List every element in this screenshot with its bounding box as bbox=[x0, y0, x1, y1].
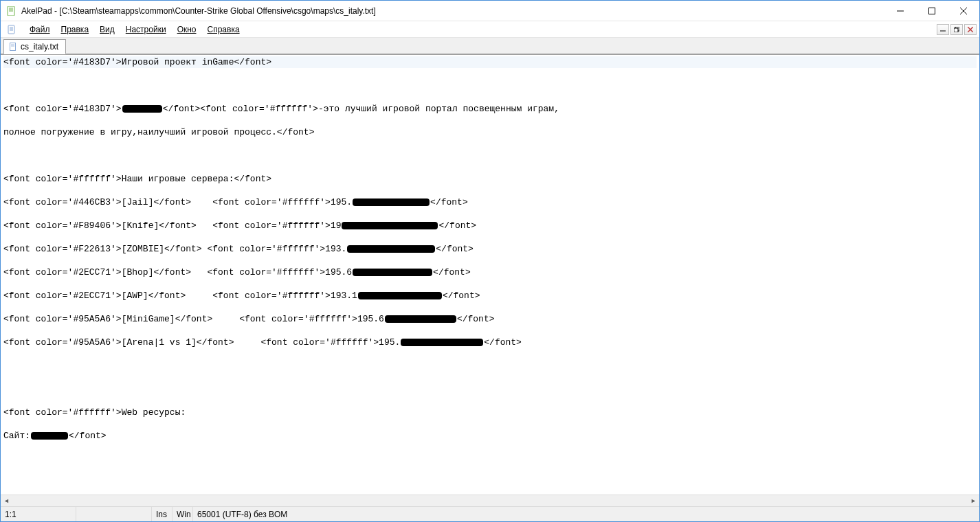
editor-line: полное погружение в игру,наилучший игров… bbox=[3, 126, 977, 138]
status-encoding: 65001 (UTF-8) без BOM bbox=[193, 507, 291, 521]
editor-line: <font color='#446CB3'>[Jail]</font> <fon… bbox=[3, 196, 977, 208]
editor-line bbox=[3, 360, 977, 372]
title-bar: AkelPad - [C:\Steam\steamapps\common\Cou… bbox=[1, 1, 979, 21]
status-insert-mode: Ins bbox=[152, 507, 172, 521]
scroll-left-icon[interactable]: ◄ bbox=[1, 495, 12, 507]
redacted-text bbox=[31, 432, 68, 440]
menu-file[interactable]: Файл bbox=[24, 23, 56, 36]
redacted-text bbox=[353, 198, 430, 206]
scroll-right-icon[interactable]: ► bbox=[968, 495, 979, 507]
redacted-text bbox=[353, 269, 432, 276]
window-controls bbox=[884, 1, 979, 21]
tab-label: cs_italy.txt bbox=[21, 42, 58, 52]
menu-settings[interactable]: Настройки bbox=[120, 23, 172, 36]
mdi-minimize-button[interactable] bbox=[937, 24, 949, 35]
minimize-button[interactable] bbox=[884, 1, 916, 21]
editor-line bbox=[3, 383, 977, 395]
svg-rect-8 bbox=[8, 25, 14, 34]
svg-rect-17 bbox=[10, 43, 16, 51]
status-bar: 1:1 Ins Win 65001 (UTF-8) без BOM bbox=[1, 506, 979, 521]
status-blank bbox=[76, 507, 152, 521]
editor-line bbox=[3, 150, 977, 161]
scroll-track[interactable] bbox=[12, 495, 968, 507]
editor-line: <font color='#2ECC71'>[Bhop]</font> <fon… bbox=[3, 266, 977, 278]
editor-line: <font color='#ffffff'>Наши игровые серве… bbox=[3, 173, 977, 185]
document-icon bbox=[6, 24, 17, 35]
editor-line: <font color='#F22613'>[ZOMBIE]</font> <f… bbox=[3, 243, 977, 255]
editor-line: <font color='#95A5A6'>[MiniGame]</font> … bbox=[3, 313, 977, 325]
tab-cs-italy[interactable]: cs_italy.txt bbox=[3, 39, 66, 54]
editor-line: <font color='#4183D7'>Игровой проект inG… bbox=[3, 56, 977, 68]
editor-line: <font color='#4183D7'></font><font color… bbox=[3, 103, 977, 115]
editor-line: Сайт:</font> bbox=[3, 430, 977, 442]
mdi-close-button[interactable] bbox=[964, 24, 977, 35]
editor-line: <font color='#95A5A6'>[Arena|1 vs 1]</fo… bbox=[3, 337, 977, 348]
close-button[interactable] bbox=[948, 1, 979, 21]
maximize-button[interactable] bbox=[916, 1, 948, 21]
menu-view[interactable]: Вид bbox=[94, 23, 120, 36]
menu-window[interactable]: Окно bbox=[172, 23, 202, 36]
svg-rect-5 bbox=[929, 8, 935, 14]
svg-rect-14 bbox=[954, 28, 958, 32]
redacted-text bbox=[401, 339, 483, 346]
status-cursor-pos: 1:1 bbox=[1, 507, 76, 521]
text-editor[interactable]: <font color='#4183D7'>Игровой проект inG… bbox=[1, 55, 979, 495]
redacted-text bbox=[342, 222, 438, 229]
window-title: AkelPad - [C:\Steam\steamapps\common\Cou… bbox=[21, 6, 376, 16]
redacted-text bbox=[347, 245, 435, 253]
redacted-text bbox=[358, 292, 442, 299]
mdi-restore-button[interactable] bbox=[950, 24, 963, 35]
editor-line bbox=[3, 80, 977, 91]
menu-edit[interactable]: Правка bbox=[56, 23, 95, 36]
horizontal-scrollbar[interactable]: ◄ ► bbox=[1, 495, 979, 506]
redacted-text bbox=[122, 105, 162, 113]
editor-line: <font color='#ffffff'>Web ресурсы: bbox=[3, 407, 977, 418]
file-icon bbox=[8, 42, 18, 52]
app-icon bbox=[6, 5, 17, 16]
menu-bar: Файл Правка Вид Настройки Окно Справка bbox=[1, 21, 979, 38]
mdi-controls bbox=[937, 24, 979, 35]
editor-line: <font color='#2ECC71'>[AWP]</font> <font… bbox=[3, 290, 977, 302]
menu-help[interactable]: Справка bbox=[202, 23, 245, 36]
redacted-text bbox=[385, 315, 456, 323]
editor-line: <font color='#F89406'>[Knife]</font> <fo… bbox=[3, 220, 977, 231]
tab-bar: cs_italy.txt bbox=[1, 38, 979, 54]
editor-container: <font color='#4183D7'>Игровой проект inG… bbox=[1, 54, 979, 506]
status-line-ending: Win bbox=[172, 507, 193, 521]
